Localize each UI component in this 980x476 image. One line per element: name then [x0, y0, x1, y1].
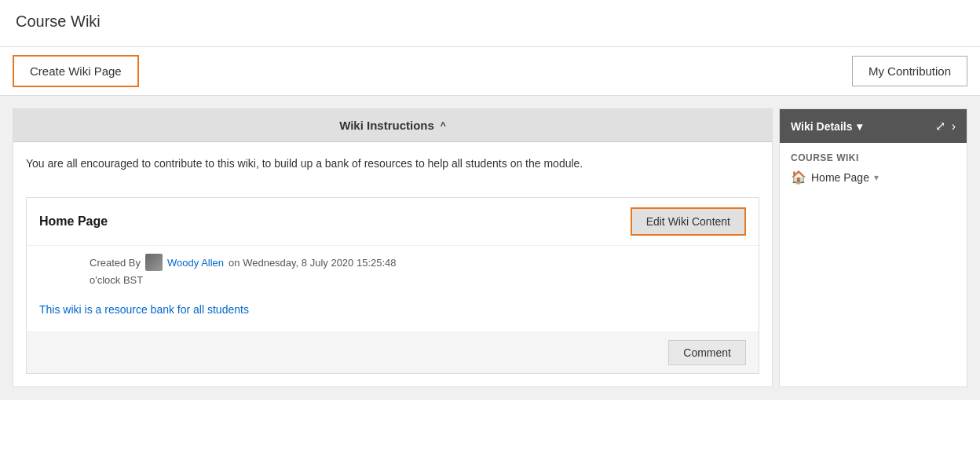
right-panel-body: COURSE WIKI 🏠 Home Page ▾: [780, 143, 967, 194]
my-contribution-button[interactable]: My Contribution: [852, 56, 967, 86]
wiki-details-icons: ⤢ ›: [935, 119, 956, 134]
page-header: Course Wiki: [0, 0, 980, 46]
avatar: [145, 254, 163, 271]
create-wiki-button[interactable]: Create Wiki Page: [13, 55, 139, 87]
home-page-card-header: Home Page Edit Wiki Content: [27, 198, 759, 246]
created-date: on Wednesday, 8 July 2020 15:25:48: [229, 257, 396, 269]
wiki-details-header: Wiki Details ▾ ⤢ ›: [780, 109, 967, 143]
toolbar: Create Wiki Page My Contribution: [0, 46, 980, 96]
wiki-body-text: This wiki is a resource bank for all stu…: [27, 294, 759, 331]
left-panel: Wiki Instructions ^ You are all encourag…: [13, 108, 773, 387]
wiki-details-chevron[interactable]: ▾: [857, 120, 862, 133]
course-wiki-label: COURSE WIKI: [791, 152, 956, 163]
main-content: Wiki Instructions ^ You are all encourag…: [0, 96, 980, 400]
created-date-line2: o'clock BST: [27, 274, 759, 294]
avatar-image: [145, 254, 163, 271]
home-page-link[interactable]: Home Page: [811, 171, 869, 184]
wiki-details-title-row: Wiki Details ▾: [791, 120, 862, 133]
page-wrapper: Course Wiki Create Wiki Page My Contribu…: [0, 0, 980, 476]
page-title: Course Wiki: [16, 13, 964, 31]
created-by-label: Created By: [90, 257, 141, 269]
edit-wiki-content-button[interactable]: Edit Wiki Content: [631, 207, 746, 236]
wiki-instructions-title: Wiki Instructions: [339, 119, 434, 132]
author-name[interactable]: Woody Allen: [167, 257, 224, 269]
created-by-row: Created By Woody Allen on Wednesday, 8 J…: [27, 246, 759, 274]
home-page-card-title: Home Page: [39, 214, 108, 229]
arrow-right-icon[interactable]: ›: [952, 119, 956, 134]
home-page-card: Home Page Edit Wiki Content Created By W…: [26, 197, 759, 374]
wiki-details-title: Wiki Details: [791, 120, 852, 133]
wiki-instructions-text: You are all encouraged to contribute to …: [13, 142, 772, 185]
home-page-link-row: 🏠 Home Page ▾: [791, 170, 956, 185]
expand-icon[interactable]: ⤢: [935, 119, 945, 134]
home-icon: 🏠: [791, 170, 806, 185]
home-page-link-chevron[interactable]: ▾: [874, 172, 879, 183]
wiki-instructions-chevron[interactable]: ^: [441, 120, 446, 131]
comment-button[interactable]: Comment: [668, 340, 746, 365]
card-footer: Comment: [27, 331, 759, 373]
wiki-instructions-header: Wiki Instructions ^: [13, 109, 772, 142]
right-panel: Wiki Details ▾ ⤢ › COURSE WIKI 🏠 Home Pa…: [779, 108, 967, 387]
